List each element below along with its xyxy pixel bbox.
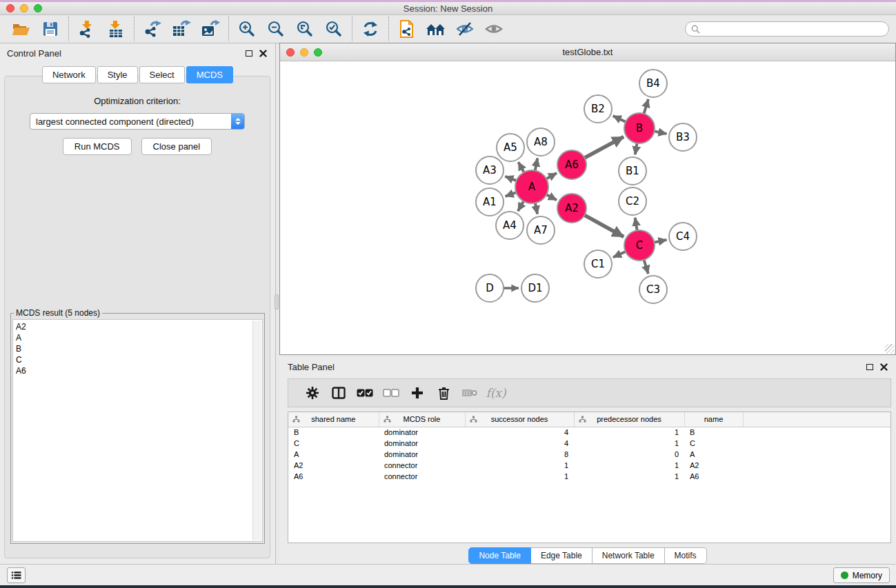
tab-select[interactable]: Select bbox=[139, 66, 185, 83]
deselect-all-button[interactable] bbox=[378, 381, 404, 405]
export-network-button[interactable] bbox=[138, 17, 167, 41]
export-table-button[interactable] bbox=[167, 17, 196, 41]
graph-edge-A-A2[interactable] bbox=[546, 194, 557, 200]
float-table-panel-icon[interactable] bbox=[866, 364, 873, 370]
graph-edge-C-C3[interactable] bbox=[644, 260, 648, 274]
graph-node-label: C1 bbox=[591, 258, 605, 270]
export-image-button[interactable] bbox=[196, 17, 225, 41]
graph-edge-B-B1[interactable] bbox=[635, 143, 637, 155]
zoom-selected-button[interactable] bbox=[319, 17, 348, 41]
delete-column-button[interactable] bbox=[430, 381, 457, 405]
main-titlebar[interactable]: Session: New Session bbox=[0, 2, 896, 15]
table-row[interactable]: Adominator80A bbox=[288, 449, 890, 460]
save-session-button[interactable] bbox=[36, 17, 65, 41]
zoom-in-button[interactable] bbox=[232, 17, 261, 41]
search-field[interactable] bbox=[685, 21, 889, 37]
tab-mcds[interactable]: MCDS bbox=[186, 66, 233, 83]
tab-edge-table[interactable]: Edge Table bbox=[531, 547, 593, 564]
graph-edge-B-B3[interactable] bbox=[655, 131, 667, 134]
select-all-button[interactable] bbox=[352, 381, 378, 405]
tab-network[interactable]: Network bbox=[42, 66, 96, 83]
close-panel-icon[interactable] bbox=[259, 50, 267, 57]
graph-edge-A-A6[interactable] bbox=[546, 173, 557, 179]
optimization-criterion-select[interactable]: largest connected component (directed) bbox=[30, 113, 245, 130]
result-list-scrollbar[interactable] bbox=[252, 321, 261, 540]
zoom-selected-icon bbox=[325, 20, 343, 38]
close-table-panel-icon[interactable] bbox=[880, 363, 888, 371]
save-disk-icon bbox=[42, 21, 59, 37]
tab-node-table[interactable]: Node Table bbox=[468, 547, 531, 564]
result-item[interactable]: B bbox=[16, 343, 262, 354]
result-item[interactable]: A6 bbox=[16, 365, 262, 376]
mcds-result-list[interactable]: A2ABCA6 bbox=[12, 319, 263, 542]
column-header-successor-nodes[interactable]: successor nodes bbox=[465, 412, 574, 427]
graph-edge-B-B4[interactable] bbox=[644, 99, 648, 114]
graph-edge-A-A8[interactable] bbox=[535, 159, 538, 171]
refresh-button[interactable] bbox=[356, 17, 385, 41]
network-window-titlebar[interactable]: testGlobe.txt bbox=[280, 43, 895, 61]
table-settings-button[interactable] bbox=[299, 381, 326, 405]
run-mcds-button[interactable]: Run MCDS bbox=[63, 138, 132, 155]
zoom-fit-button[interactable] bbox=[290, 17, 319, 41]
table-header-row[interactable]: shared name MCDS role successor nodes pr… bbox=[288, 412, 890, 427]
open-session-button[interactable] bbox=[7, 17, 36, 41]
table-cell: A2 bbox=[288, 460, 379, 471]
column-header-shared-name[interactable]: shared name bbox=[288, 412, 379, 427]
column-header-name[interactable]: name bbox=[684, 412, 743, 427]
node-table[interactable]: shared name MCDS role successor nodes pr… bbox=[288, 412, 891, 543]
toolbar-separator bbox=[228, 17, 229, 41]
control-panel: Control Panel Network Style Select MCDS … bbox=[0, 43, 276, 564]
toggle-column-view-button[interactable] bbox=[326, 381, 352, 405]
result-item[interactable]: A bbox=[16, 332, 262, 343]
task-history-button[interactable] bbox=[7, 567, 26, 583]
application-window: Session: New Session bbox=[0, 0, 896, 588]
graph-edge-C-C2[interactable] bbox=[635, 218, 637, 231]
zoom-out-button[interactable] bbox=[261, 17, 290, 41]
graph-edge-A-A4[interactable] bbox=[518, 201, 524, 211]
table-row[interactable]: Cdominator41C bbox=[288, 438, 890, 449]
network-canvas[interactable]: B4B2BB3A5A8A6B1A3AA1C2A2A4A7C4CC1C3DD1 bbox=[280, 61, 895, 354]
window-resize-grip[interactable] bbox=[885, 344, 895, 354]
close-panel-button[interactable]: Close panel bbox=[141, 138, 212, 155]
tab-style[interactable]: Style bbox=[97, 66, 138, 83]
graph-edge-B-B2[interactable] bbox=[613, 116, 626, 122]
table-cell: dominator bbox=[379, 438, 465, 449]
add-column-button[interactable] bbox=[404, 381, 430, 405]
graph-edge-A-A3[interactable] bbox=[505, 176, 516, 181]
table-cell: A6 bbox=[288, 471, 379, 482]
delete-table-button[interactable] bbox=[457, 381, 483, 405]
column-header-predecessor-nodes[interactable]: predecessor nodes bbox=[574, 412, 684, 427]
import-network-button[interactable] bbox=[72, 17, 101, 41]
column-header-mcds-role[interactable]: MCDS role bbox=[379, 412, 465, 427]
export-network-icon bbox=[143, 20, 162, 38]
tab-motifs[interactable]: Motifs bbox=[665, 547, 707, 564]
table-row[interactable]: Bdominator41B bbox=[288, 427, 890, 438]
result-item[interactable]: C bbox=[16, 354, 262, 365]
memory-button[interactable]: Memory bbox=[833, 567, 890, 583]
shared-column-icon bbox=[579, 416, 586, 423]
panel-splitter-handle[interactable] bbox=[275, 294, 279, 310]
graph-edge-A2-C[interactable] bbox=[584, 215, 624, 236]
tab-network-table[interactable]: Network Table bbox=[593, 547, 665, 564]
show-graphics-details-button[interactable] bbox=[479, 17, 508, 41]
hide-graphics-details-button[interactable] bbox=[450, 17, 479, 41]
table-cell: B bbox=[684, 427, 743, 438]
plus-icon bbox=[411, 387, 424, 399]
graph-edge-A6-B[interactable] bbox=[585, 136, 624, 158]
network-graph[interactable]: B4B2BB3A5A8A6B1A3AA1C2A2A4A7C4CC1C3DD1 bbox=[280, 61, 895, 354]
graph-edge-A-A7[interactable] bbox=[535, 203, 537, 214]
function-builder-button[interactable]: f(x) bbox=[483, 381, 509, 405]
search-input[interactable] bbox=[704, 24, 883, 34]
graph-edge-C-C1[interactable] bbox=[613, 252, 626, 257]
table-cell-filler bbox=[743, 460, 890, 471]
float-panel-icon[interactable] bbox=[246, 50, 252, 57]
result-item[interactable]: A2 bbox=[16, 321, 262, 332]
graph-edge-C-C4[interactable] bbox=[655, 240, 667, 243]
home-button[interactable] bbox=[421, 17, 450, 41]
table-row[interactable]: A2connector11A2 bbox=[288, 460, 890, 471]
graph-edge-A-A1[interactable] bbox=[506, 192, 517, 196]
import-table-button[interactable] bbox=[101, 17, 130, 41]
graph-edge-A-A5[interactable] bbox=[519, 162, 524, 172]
new-network-from-file-button[interactable] bbox=[392, 17, 421, 41]
table-row[interactable]: A6connector11A6 bbox=[288, 471, 890, 482]
